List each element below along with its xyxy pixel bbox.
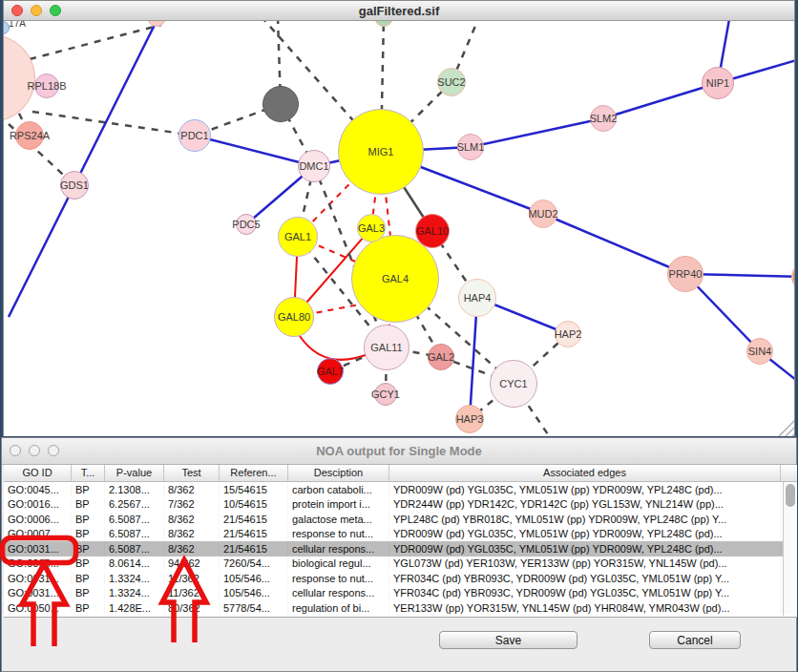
table-row-3[interactable]: GO:0006...BP6.5087...8/36221/54615galact…: [4, 512, 797, 527]
node-mud2[interactable]: MUD2: [529, 200, 557, 228]
node-gcy1[interactable]: GCY1: [374, 383, 397, 406]
cell-associated_edges: YDR244W (pp) YDR142C, YDR142C (pp) YGL15…: [389, 498, 781, 510]
node-gal80[interactable]: GAL80: [274, 297, 314, 337]
node-pdc5[interactable]: PDC5: [236, 214, 257, 235]
node-hap4[interactable]: HAP4: [458, 279, 496, 317]
cell-type: BP: [72, 528, 105, 539]
node-label: PDC5: [232, 219, 260, 230]
table-header-row: GO IDT...P-valueTestReferen...Desciption…: [4, 465, 797, 482]
column-header-type[interactable]: T...: [72, 465, 105, 481]
cell-test: 11/362: [164, 573, 220, 584]
node-dmc1[interactable]: DMC1: [298, 150, 330, 182]
table-body: GO:0045...BP2.1308...8/36215/54615carbon…: [4, 482, 797, 616]
table-row-2[interactable]: GO:0016...BP6.2567...7/36210/54615protei…: [4, 497, 797, 513]
table-row-8[interactable]: GO:0031...BP1.3324...11/362105/546...cel…: [4, 586, 797, 601]
node-label: MIG1: [368, 146, 394, 158]
node-label: SLM2: [590, 113, 618, 124]
cell-go_id: GO:0006...: [4, 514, 72, 525]
node-label: SLM1: [457, 141, 485, 153]
cell-test: 8/362: [164, 543, 220, 555]
node-label: DMC1: [299, 160, 328, 172]
node-label: SIN4: [748, 346, 771, 357]
table-row-9[interactable]: GO:0050...BP1.428E...80/3625778/54...reg…: [4, 600, 797, 616]
column-header-reference[interactable]: Referen...: [220, 465, 288, 481]
pink-top[interactable]: [147, 21, 166, 27]
node-label: HAP3: [456, 413, 484, 425]
network-canvas[interactable]: RPL18BRPS24AGDS1PDC1MIG1DMC1SUC2SLM1SLM2…: [4, 21, 794, 436]
node-rpl18b[interactable]: RPL18B: [34, 74, 59, 98]
node-slm1[interactable]: SLM1: [457, 134, 484, 160]
node-hap3[interactable]: HAP3: [455, 405, 484, 433]
node-label: GAL3: [358, 222, 385, 234]
scrollbar-thumb[interactable]: [786, 484, 795, 507]
node-label: MSL1: [793, 271, 794, 283]
cell-go_id: GO:0031...: [4, 573, 72, 584]
cell-associated_edges: YDR009W (pd) YGL035C, YML051W (pp) YDR00…: [389, 543, 781, 555]
cell-type: BP: [72, 573, 105, 584]
node-cyc1[interactable]: CYC1: [490, 360, 537, 408]
save-button[interactable]: Save: [439, 631, 578, 649]
panel-title: NOA output for Single Mode: [2, 444, 796, 458]
cell-description: cellular respons...: [288, 587, 389, 598]
node-msl1[interactable]: MSL1: [791, 262, 794, 292]
node-nip1[interactable]: NIP1: [702, 67, 734, 99]
column-header-associated_edges[interactable]: Associated edges: [389, 465, 781, 481]
gray-node[interactable]: [262, 86, 299, 122]
cell-p_value: 1.3324...: [105, 573, 164, 584]
noa-window-titlebar[interactable]: NOA output for Single Mode: [2, 438, 796, 465]
cell-go_id: GO:0016...: [4, 498, 72, 510]
column-header-p_value[interactable]: P-value: [105, 465, 164, 481]
node-gal1[interactable]: GAL1: [278, 217, 318, 257]
node-label: CYC1: [499, 378, 527, 389]
cell-p_value: 6.5087...: [105, 514, 164, 525]
node-suc2[interactable]: SUC2: [437, 68, 466, 96]
cell-description: response to nut...: [288, 573, 389, 584]
table-row-7[interactable]: GO:0031...BP1.3324...11/362105/546...res…: [4, 571, 797, 586]
cell-p_value: 6.2567...: [105, 498, 164, 510]
node-gal2[interactable]: GAL2: [428, 344, 454, 370]
cell-description: response to nut...: [288, 528, 389, 539]
node-pdc1[interactable]: PDC1: [178, 119, 211, 152]
cell-p_value: 6.5087...: [105, 528, 164, 539]
node-mig1[interactable]: MIG1: [338, 109, 424, 195]
node-gal10[interactable]: GAL10: [415, 214, 450, 248]
column-header-go_id[interactable]: GO ID: [4, 465, 72, 481]
cell-description: carbon cataboli...: [288, 484, 389, 495]
node-gds1[interactable]: GDS1: [60, 171, 89, 200]
node-label: SUC2: [437, 76, 465, 88]
node-gal4[interactable]: GAL4: [351, 235, 439, 323]
table-row-5[interactable]: GO:0031...BP6.5087...8/36221/54615cellul…: [4, 541, 797, 556]
node-sin4[interactable]: SIN4: [746, 338, 773, 365]
node-label: GAL1: [284, 231, 311, 242]
node-prp40[interactable]: PRP40: [667, 256, 704, 292]
cell-test: 80/362: [164, 602, 220, 614]
node-label: GAL80: [278, 311, 310, 323]
network-window-titlebar[interactable]: galFiltered.sif: [4, 1, 794, 21]
green-top[interactable]: [374, 21, 393, 27]
network-nodes-layer: RPL18BRPS24AGDS1PDC1MIG1DMC1SUC2SLM1SLM2…: [4, 21, 794, 436]
node-gal3[interactable]: GAL3: [357, 214, 386, 242]
table-row-4[interactable]: GO:0007...BP6.5087...8/36221/54615respon…: [4, 527, 797, 542]
node-hap2[interactable]: HAP2: [555, 321, 581, 347]
node-gal11[interactable]: GAL11: [364, 325, 410, 370]
node-label: NIP1: [706, 77, 729, 89]
cell-go_id: GO:0031...: [4, 543, 72, 555]
cancel-button[interactable]: Cancel: [649, 631, 741, 649]
node-label: GDS1: [60, 179, 89, 191]
big-left[interactable]: [4, 34, 35, 122]
cell-description: regulation of bi...: [288, 602, 389, 614]
node-slm2[interactable]: SLM2: [590, 105, 617, 132]
node-label: GAL7: [317, 366, 344, 377]
table-row-6[interactable]: GO:0065...BP8.0614...94/3627260/54...bio…: [4, 556, 797, 572]
cell-reference: 15/54615: [220, 484, 288, 495]
node-rps24a[interactable]: RPS24A: [15, 121, 44, 150]
table-row-1[interactable]: GO:0045...BP2.1308...8/36215/54615carbon…: [4, 482, 797, 497]
node-label: GCY1: [371, 388, 400, 400]
column-header-description[interactable]: Desciption: [288, 465, 389, 481]
node-label: HAP2: [555, 328, 582, 340]
network-window: galFiltered.sif RPL18BRPS24AGDS1PDC1MIG1…: [3, 0, 795, 436]
vertical-scrollbar[interactable]: [783, 482, 797, 616]
column-header-test[interactable]: Test: [164, 465, 220, 481]
node-gal7[interactable]: GAL7: [317, 358, 344, 385]
cell-description: protein import i...: [288, 498, 389, 510]
